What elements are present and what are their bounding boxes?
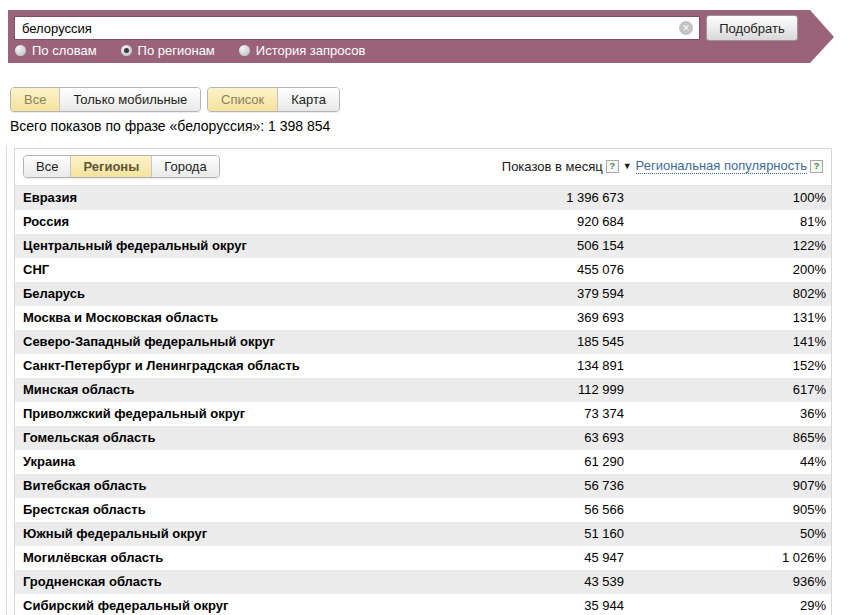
radio-icon xyxy=(121,45,132,56)
table-row: Евразия 1 396 673 100% xyxy=(15,186,831,210)
region-name: Евразия xyxy=(15,186,831,210)
region-name: Витебская область xyxy=(15,474,831,498)
search-input[interactable] xyxy=(14,16,700,40)
region-impressions: 56 566 xyxy=(584,498,624,522)
region-name: Украина xyxy=(15,450,831,474)
region-table-rows: Евразия 1 396 673 100% Россия 920 684 81… xyxy=(15,186,831,615)
tab-mobile-only[interactable]: Только мобильные xyxy=(60,88,200,111)
region-popularity: 100% xyxy=(793,186,826,210)
sort-desc-icon[interactable]: ▼ xyxy=(623,161,632,171)
region-impressions: 51 160 xyxy=(584,522,624,546)
band-arrow-decoration xyxy=(810,10,834,63)
radio-icon xyxy=(239,45,250,56)
view-mode-tabs: Список Карта xyxy=(207,87,340,112)
table-row: Сибирский федеральный округ 35 944 29% xyxy=(15,594,831,615)
tab-scope-all[interactable]: Все xyxy=(24,156,71,177)
region-impressions: 35 944 xyxy=(584,594,624,615)
region-impressions: 61 290 xyxy=(584,450,624,474)
table-row: СНГ 455 076 200% xyxy=(15,258,831,282)
tab-scope-regions[interactable]: Регионы xyxy=(71,156,152,177)
wordstat-page: ✕ Подобрать По словам По регионам Истори… xyxy=(0,0,864,615)
mode-query-history[interactable]: История запросов xyxy=(239,43,366,58)
total-impressions-summary: Всего показов по фразе «белоруссия»: 1 3… xyxy=(10,118,330,134)
table-header: Все Регионы Города Показов в месяц ? ▼ Р… xyxy=(15,149,831,186)
device-filter-tabs: Все Только мобильные xyxy=(10,87,201,112)
region-popularity: 865% xyxy=(793,426,826,450)
region-popularity: 81% xyxy=(800,210,826,234)
mode-by-regions[interactable]: По регионам xyxy=(121,43,215,58)
region-impressions: 920 684 xyxy=(577,210,624,234)
tab-all-devices[interactable]: Все xyxy=(11,88,60,111)
region-impressions: 185 545 xyxy=(577,330,624,354)
column-headers: Показов в месяц ? ▼ Региональная популяр… xyxy=(502,158,826,174)
region-impressions: 73 374 xyxy=(584,402,624,426)
region-impressions: 455 076 xyxy=(577,258,624,282)
table-row: Витебская область 56 736 907% xyxy=(15,474,831,498)
region-popularity: 200% xyxy=(793,258,826,282)
region-impressions: 369 693 xyxy=(577,306,624,330)
region-name: Южный федеральный округ xyxy=(15,522,831,546)
region-name: СНГ xyxy=(15,258,831,282)
table-row: Украина 61 290 44% xyxy=(15,450,831,474)
region-popularity: 1 026% xyxy=(782,546,826,570)
column-popularity-link[interactable]: Региональная популярность xyxy=(636,158,807,174)
tab-list-view[interactable]: Список xyxy=(208,88,278,111)
region-name: Сибирский федеральный округ xyxy=(15,594,831,615)
search-band: ✕ Подобрать По словам По регионам Истори… xyxy=(8,10,810,63)
region-popularity: 152% xyxy=(793,354,826,378)
region-impressions: 63 693 xyxy=(584,426,624,450)
table-scope-tabs: Все Регионы Города xyxy=(23,155,220,178)
region-name: Могилёвская область xyxy=(15,546,831,570)
mode-label: История запросов xyxy=(256,43,366,58)
region-popularity: 936% xyxy=(793,570,826,594)
region-popularity: 122% xyxy=(793,234,826,258)
region-impressions: 112 999 xyxy=(578,378,624,402)
mode-label: По регионам xyxy=(138,43,215,58)
table-row: Беларусь 379 594 802% xyxy=(15,282,831,306)
regions-table: Все Регионы Города Показов в месяц ? ▼ Р… xyxy=(14,148,832,615)
region-name: Центральный федеральный округ xyxy=(15,234,831,258)
table-row: Южный федеральный округ 51 160 50% xyxy=(15,522,831,546)
region-name: Санкт-Петербург и Ленинградская область xyxy=(15,354,831,378)
table-row: Северо-Западный федеральный округ 185 54… xyxy=(15,330,831,354)
clear-icon[interactable]: ✕ xyxy=(679,21,693,35)
region-popularity: 905% xyxy=(793,498,826,522)
region-popularity: 907% xyxy=(793,474,826,498)
region-popularity: 29% xyxy=(800,594,826,615)
region-name: Минская область xyxy=(15,378,831,402)
table-row: Минская область 112 999 617% xyxy=(15,378,831,402)
region-popularity: 141% xyxy=(793,330,826,354)
region-impressions: 506 154 xyxy=(577,234,624,258)
submit-button[interactable]: Подобрать xyxy=(706,15,798,41)
region-impressions: 56 736 xyxy=(584,474,624,498)
region-popularity: 50% xyxy=(800,522,826,546)
table-row: Москва и Московская область 369 693 131% xyxy=(15,306,831,330)
region-popularity: 131% xyxy=(793,306,826,330)
table-row: Санкт-Петербург и Ленинградская область … xyxy=(15,354,831,378)
region-popularity: 44% xyxy=(800,450,826,474)
column-impressions-header[interactable]: Показов в месяц xyxy=(502,159,603,174)
table-row: Гомельская область 63 693 865% xyxy=(15,426,831,450)
region-popularity: 617% xyxy=(793,378,826,402)
region-impressions: 1 396 673 xyxy=(566,186,624,210)
table-row: Могилёвская область 45 947 1 026% xyxy=(15,546,831,570)
mode-by-words[interactable]: По словам xyxy=(15,43,97,58)
region-name: Гомельская область xyxy=(15,426,831,450)
help-icon[interactable]: ? xyxy=(606,160,619,173)
region-name: Россия xyxy=(15,210,831,234)
table-row: Гродненская область 43 539 936% xyxy=(15,570,831,594)
region-name: Москва и Московская область xyxy=(15,306,831,330)
region-impressions: 43 539 xyxy=(584,570,624,594)
region-name: Приволжский федеральный округ xyxy=(15,402,831,426)
table-row: Брестская область 56 566 905% xyxy=(15,498,831,522)
region-impressions: 379 594 xyxy=(577,282,624,306)
region-popularity: 802% xyxy=(793,282,826,306)
region-impressions: 45 947 xyxy=(584,546,624,570)
tab-map-view[interactable]: Карта xyxy=(278,88,339,111)
table-row: Центральный федеральный округ 506 154 12… xyxy=(15,234,831,258)
region-popularity: 36% xyxy=(800,402,826,426)
region-name: Беларусь xyxy=(15,282,831,306)
help-icon[interactable]: ? xyxy=(810,160,823,173)
region-impressions: 134 891 xyxy=(577,354,624,378)
tab-scope-cities[interactable]: Города xyxy=(152,156,218,177)
